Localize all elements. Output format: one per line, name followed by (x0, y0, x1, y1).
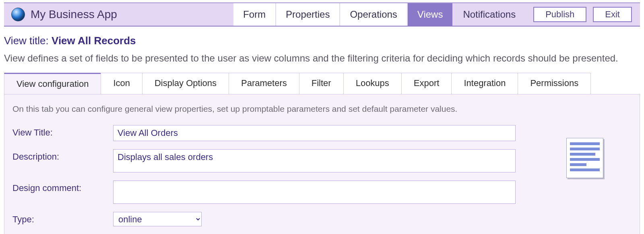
view-definition-text: View defines a set of fields to be prese… (4, 53, 640, 64)
label-view-title: View Title: (12, 125, 113, 138)
subtabs: View configuration Icon Display Options … (4, 73, 640, 94)
list-icon (566, 138, 603, 178)
nav-properties[interactable]: Properties (275, 3, 339, 26)
subheader: View title: View All Records View define… (4, 27, 640, 64)
exit-button[interactable]: Exit (593, 7, 632, 22)
label-description: Description: (12, 149, 113, 162)
tab-export[interactable]: Export (401, 73, 452, 94)
config-form: View Title: Description: Displays all sa… (12, 125, 632, 226)
globe-icon (11, 8, 25, 21)
tab-permissions[interactable]: Permissions (518, 73, 591, 94)
top-nav: Form Properties Operations Views Notific… (233, 3, 525, 26)
list-icon-row (570, 168, 600, 171)
input-view-title[interactable] (113, 125, 516, 141)
list-icon-row (570, 148, 600, 150)
list-icon-row (570, 163, 586, 166)
app-header: My Business App Form Properties Operatio… (4, 2, 640, 27)
list-icon-row (570, 142, 600, 145)
label-design-comment: Design comment: (12, 181, 113, 193)
nav-form[interactable]: Form (233, 3, 275, 26)
nav-operations[interactable]: Operations (339, 3, 407, 26)
app-title: My Business App (31, 8, 117, 21)
publish-button[interactable]: Publish (533, 7, 586, 22)
header-actions: Publish Exit (525, 3, 640, 26)
view-title-value: View All Records (52, 35, 136, 47)
tab-view-configuration[interactable]: View configuration (4, 73, 101, 94)
tab-body: On this tab you can configure general vi… (4, 94, 640, 234)
app-title-area: My Business App (4, 3, 233, 26)
tab-lookups[interactable]: Lookups (343, 73, 402, 94)
nav-notifications[interactable]: Notifications (452, 3, 525, 26)
list-icon-row (570, 153, 595, 156)
select-type[interactable]: online (113, 212, 202, 226)
tab-filter[interactable]: Filter (299, 73, 344, 94)
tab-icon[interactable]: Icon (101, 73, 142, 94)
view-title-line: View title: View All Records (4, 35, 640, 47)
tab-display-options[interactable]: Display Options (142, 73, 229, 94)
tab-integration[interactable]: Integration (451, 73, 518, 94)
input-description[interactable]: Displays all sales orders (113, 149, 516, 172)
nav-views[interactable]: Views (407, 3, 453, 26)
view-title-prefix: View title: (4, 35, 52, 47)
list-icon-row (570, 158, 600, 161)
tab-parameters[interactable]: Parameters (229, 73, 299, 94)
label-type: Type: (12, 212, 113, 225)
tab-blurb: On this tab you can configure general vi… (12, 104, 632, 114)
input-design-comment[interactable] (113, 181, 516, 204)
